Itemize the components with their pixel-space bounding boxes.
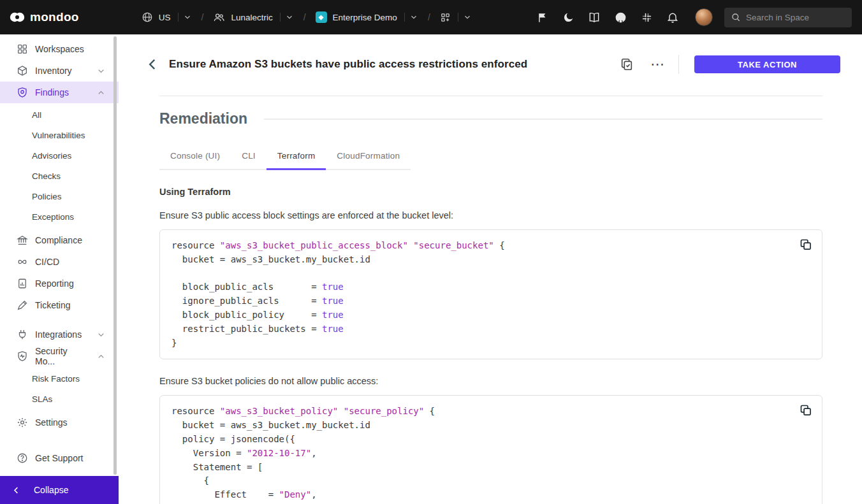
topbar: mondoo US / Lunalectric [0,0,862,34]
section-divider [159,96,822,96]
cicd-infinity-icon [17,256,28,268]
copy-code-button[interactable] [796,235,815,254]
sidebar-item-all[interactable]: All [0,104,119,125]
chevron-down-icon [404,13,418,22]
collapse-sidebar-button[interactable]: Collapse [0,476,119,504]
tab-cli[interactable]: CLI [231,143,267,169]
compliance-bank-icon [17,234,28,246]
findings-shield-icon [17,87,28,98]
brand-name: mondoo [30,10,79,24]
sidebar-item-workspaces[interactable]: Workspaces [0,38,119,60]
take-action-button[interactable]: TAKE ACTION [694,55,840,73]
ticketing-pen-icon [17,299,28,311]
sub-item-label: Vulnerabilities [32,131,85,140]
sub-item-label: SLAs [32,394,52,404]
sidebar-item-label: Compliance [35,235,82,245]
sidebar-item-label: Findings [35,87,69,97]
chevron-up-icon [96,352,106,361]
sidebar-item-label: Reporting [35,278,74,289]
mondoo-logo[interactable]: mondoo [9,9,79,25]
sidebar-item-findings[interactable]: Findings [0,82,119,103]
sub-item-label: Exceptions [32,212,74,222]
security-shield-icon [17,350,28,362]
space-search[interactable] [724,8,852,27]
grid-icon [440,12,451,23]
org-selector[interactable]: Lunalectric [209,8,297,27]
sidebar-item-policies[interactable]: Policies [0,186,119,206]
tab-cloudformation[interactable]: CloudFormation [326,143,411,169]
sidebar-item-security-monitoring[interactable]: Security Mo... [0,345,119,367]
docs-book-icon[interactable] [588,11,601,24]
flag-icon[interactable] [537,11,549,24]
tab-console-ui[interactable]: Console (UI) [159,143,231,169]
topbar-actions [537,8,713,26]
remediation-paragraph-2: Ensure S3 bucket policies do not allow p… [159,376,822,386]
sidebar-item-cicd[interactable]: CI/CD [0,251,119,273]
region-selector[interactable]: US [138,8,196,26]
page-title: Ensure Amazon S3 buckets have public acc… [169,58,527,71]
sub-item-label: All [32,110,41,120]
github-icon[interactable] [614,11,627,24]
chevron-down-icon [96,66,106,76]
sidebar-item-exceptions[interactable]: Exceptions [0,206,119,227]
nav-section-gap [0,433,119,447]
sidebar-item-slas[interactable]: SLAs [0,389,119,409]
code-content: resource "aws_s3_bucket_policy" "secure_… [172,405,810,502]
back-button[interactable] [144,56,161,73]
sidebar-item-ticketing[interactable]: Ticketing [0,294,119,316]
section-rule [264,119,822,120]
sidebar-item-checks[interactable]: Checks [0,166,119,186]
nav-section-gap [0,316,119,324]
space-icon [316,11,327,23]
code-content: resource "aws_s3_bucket_public_access_bl… [172,239,810,350]
sidebar-item-label: CI/CD [35,257,59,267]
chevron-down-icon [458,13,472,22]
space-label: Enterprise Demo [333,13,397,22]
sidebar-item-get-support[interactable]: Get Support [0,447,119,469]
terraform-code-block-1: resource "aws_s3_bucket_public_access_bl… [159,229,822,359]
user-avatar[interactable] [695,8,713,26]
sidebar: Workspaces Inventory Findings [0,34,119,504]
search-input[interactable] [746,13,842,22]
sidebar-item-label: Settings [35,417,68,428]
sub-item-label: Advisories [32,151,71,161]
space-selector[interactable]: Enterprise Demo [312,8,422,26]
sidebar-item-vulnerabilities[interactable]: Vulnerabilities [0,125,119,145]
chevron-left-icon [11,486,21,495]
findings-subnav: All Vulnerabilities Advisories Checks Po… [0,103,119,229]
notifications-bell-icon[interactable] [666,11,679,24]
remediation-tabs: Console (UI) CLI Terraform CloudFormatio… [159,143,411,170]
sidebar-item-inventory[interactable]: Inventory [0,60,119,82]
sidebar-item-integrations[interactable]: Integrations [0,324,119,345]
copy-check-icon[interactable] [620,57,634,71]
chevron-down-icon [178,13,192,22]
sidebar-item-settings[interactable]: Settings [0,412,119,433]
sub-item-label: Policies [32,192,62,201]
security-subnav: Risk Factors SLAs [0,367,119,412]
crumb-separator: / [303,12,306,22]
gear-icon [17,417,28,428]
slack-icon[interactable] [641,11,653,24]
tab-terraform[interactable]: Terraform [267,143,326,169]
chevron-down-icon [280,13,294,22]
more-options-button[interactable]: ⋯ [650,57,664,71]
sidebar-item-reporting[interactable]: Reporting [0,273,119,294]
sidebar-scrollbar[interactable] [113,36,117,475]
sidebar-item-label: Security Mo... [35,346,89,366]
search-icon [731,12,741,22]
remediation-section-header: Remediation [159,110,822,127]
sidebar-item-label: Get Support [35,453,84,463]
collapse-label: Collapse [34,485,68,495]
finding-detail: Remediation Console (UI) CLI Terraform C… [119,96,862,504]
sidebar-item-compliance[interactable]: Compliance [0,229,119,251]
main-content: Ensure Amazon S3 buckets have public acc… [119,34,862,504]
sub-item-label: Risk Factors [32,374,80,384]
sidebar-item-risk-factors[interactable]: Risk Factors [0,368,119,389]
help-circle-icon [17,452,28,464]
moon-icon[interactable] [562,11,574,24]
sidebar-item-advisories[interactable]: Advisories [0,145,119,166]
copy-code-button[interactable] [796,401,815,420]
crumb-separator: / [201,12,204,22]
page-header: Ensure Amazon S3 buckets have public acc… [119,34,862,94]
view-selector[interactable] [436,9,476,26]
